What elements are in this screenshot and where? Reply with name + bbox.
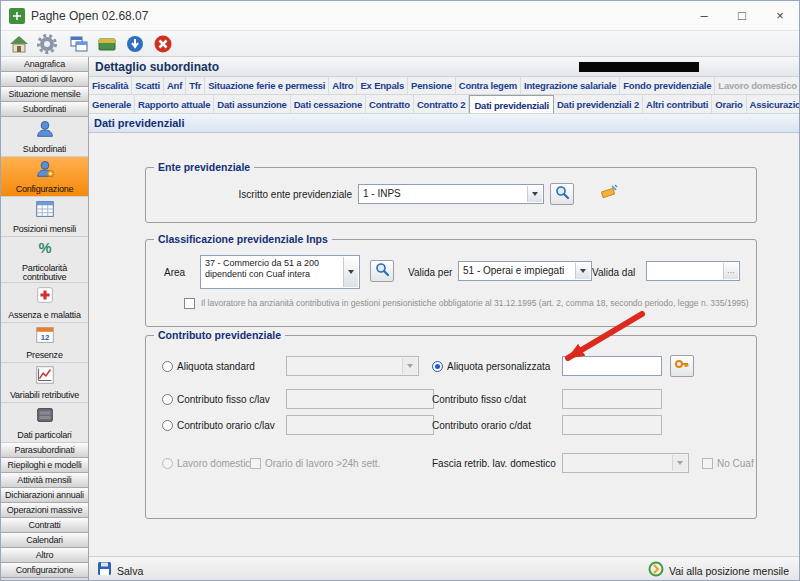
tab-ex-enpals[interactable]: Ex Enpals	[357, 77, 408, 94]
maximize-button[interactable]: □	[723, 1, 761, 31]
lavoro-domestico-radio	[162, 458, 173, 469]
aliquota-personalizzata-radio[interactable]	[432, 361, 443, 372]
tab-altri-contributi[interactable]: Altri contributi	[643, 95, 712, 113]
sidebar-item-contratti[interactable]: Contratti	[1, 518, 88, 533]
redacted-employee-name	[579, 62, 699, 72]
tab-scatti[interactable]: Scatti	[132, 77, 164, 94]
group-legend: Contributo previdenziale	[154, 328, 285, 342]
search-ente-button[interactable]	[550, 183, 574, 205]
aliquota-personalizzata-input[interactable]	[562, 356, 662, 376]
goto-monthly-position-link[interactable]: Vai alla posizione mensile	[648, 561, 789, 581]
valida-per-select[interactable]: 51 - Operai e impiegati	[458, 261, 592, 281]
tab-pensione[interactable]: Pensione	[408, 77, 456, 94]
chevron-down-icon[interactable]	[575, 263, 590, 279]
window-controls: – □ ×	[685, 1, 799, 30]
sidebar-item-calendari[interactable]: Calendari	[1, 533, 88, 548]
aliquota-standard-radio[interactable]	[162, 361, 173, 372]
key-button[interactable]	[670, 355, 694, 377]
sidebar-item-operazioni-massive[interactable]: Operazioni massive	[1, 503, 88, 518]
tab-contra-legem[interactable]: Contra legem	[456, 77, 521, 94]
tab-lavoro-domestico: Lavoro domestico	[715, 77, 799, 94]
tab-rapporto-attuale[interactable]: Rapporto attuale	[135, 95, 214, 113]
floppy-icon	[97, 561, 112, 580]
tab-anf[interactable]: Anf	[164, 77, 186, 94]
tab-dati-cessazione[interactable]: Dati cessazione	[291, 95, 366, 113]
sidebar-item-dati-particolari[interactable]: Dati particolari	[1, 403, 88, 443]
close-button[interactable]: ×	[761, 1, 799, 31]
sidebar-item-parasubordinati[interactable]: Parasubordinati	[1, 443, 88, 458]
svg-text:%: %	[38, 239, 51, 255]
save-button[interactable]: Salva	[97, 561, 143, 580]
tab-altro[interactable]: Altro	[329, 77, 357, 94]
sidebar-item-subordinati[interactable]: Subordinati	[1, 117, 88, 157]
tab-dati-previdenziali[interactable]: Dati previdenziali	[469, 95, 554, 113]
detail-title: Dettaglio subordinato	[95, 57, 219, 77]
sidebar-item-configurazione-bottom[interactable]: Configurazione	[1, 563, 88, 578]
sidebar-item-datori-di-lavoro[interactable]: Datori di lavoro	[1, 72, 88, 87]
sidebar-item-configurazione[interactable]: Configurazione	[1, 157, 88, 197]
goto-label: Vai alla posizione mensile	[669, 565, 789, 577]
ente-previdenziale-select[interactable]: 1 - INPS	[358, 184, 544, 204]
table-calendar-icon	[34, 198, 56, 224]
contributo-orario-radio[interactable]	[162, 420, 173, 431]
archive-icon[interactable]	[95, 32, 119, 56]
sidebar-item-presenze[interactable]: 12 Presenze	[1, 323, 88, 363]
tab-row-1: Fiscalità Scatti Anf Tfr Situazione feri…	[89, 77, 799, 95]
tab-dati-previdenziali-2[interactable]: Dati previdenziali 2	[554, 95, 643, 113]
sidebar-item-attivita-mensili[interactable]: Attività mensili	[1, 473, 88, 488]
sidebar-section-subordinati[interactable]: Subordinati	[1, 102, 88, 117]
tab-fondo-previdenziale[interactable]: Fondo previdenziale	[620, 77, 715, 94]
tab-generale[interactable]: Generale	[89, 95, 135, 113]
sidebar-item-label: Posizioni mensili	[13, 225, 76, 234]
contributo-fisso-cdat-input	[562, 389, 662, 409]
key-icon	[674, 356, 690, 376]
tab-contratto[interactable]: Contratto	[366, 95, 414, 113]
tab-tfr[interactable]: Tfr	[186, 77, 205, 94]
sidebar-item-particolarita-contributive[interactable]: % Particolarità contributive	[1, 237, 88, 283]
sidebar-item-riepiloghi-e-modelli[interactable]: Riepiloghi e modelli	[1, 458, 88, 473]
fascia-retrib-select	[562, 453, 689, 473]
sidebar-item-variabili-retributive[interactable]: Variabili retributive	[1, 363, 88, 403]
sidebar-item-assenza-e-malattia[interactable]: Assenza e malattia	[1, 283, 88, 323]
tab-orario[interactable]: Orario	[712, 95, 746, 113]
tab-row-2: Generale Rapporto attuale Dati assunzion…	[89, 95, 799, 114]
sidebar-item-dichiarazioni-annuali[interactable]: Dichiarazioni annuali	[1, 488, 88, 503]
tab-assicurazione[interactable]: Assicurazione	[747, 95, 799, 113]
chevron-down-icon[interactable]	[527, 186, 542, 202]
sidebar-item-posizioni-mensili[interactable]: Posizioni mensili	[1, 197, 88, 237]
tab-contratto-2[interactable]: Contratto 2	[414, 95, 469, 113]
tab-integrazione-salariale[interactable]: Integrazione salariale	[521, 77, 620, 94]
aliquota-standard-label: Aliquota standard	[177, 361, 255, 373]
contributo-fisso-radio[interactable]	[162, 394, 173, 405]
home-icon[interactable]	[7, 32, 31, 56]
sidebar-item-situazione-mensile[interactable]: Situazione mensile	[1, 87, 88, 102]
area-select[interactable]: 37 - Commercio da 51 a 200 dipendenti co…	[200, 255, 360, 289]
sidebar-item-label: Subordinati	[23, 145, 66, 154]
valida-dal-input[interactable]: …	[646, 261, 740, 281]
svg-text:12: 12	[40, 333, 49, 342]
eraser-icon	[599, 183, 619, 205]
group-legend: Ente previdenziale	[154, 160, 254, 174]
contributo-orario-clav-input	[286, 415, 434, 435]
anzianita-checkbox	[184, 298, 195, 309]
windows-icon[interactable]	[67, 32, 91, 56]
chevron-down-icon[interactable]	[343, 257, 358, 287]
tab-fiscalita[interactable]: Fiscalità	[89, 77, 132, 94]
date-picker-icon[interactable]: …	[723, 263, 738, 279]
tab-dati-assunzione[interactable]: Dati assunzione	[214, 95, 290, 113]
aliquota-personalizzata-label: Aliquota personalizzata	[447, 361, 550, 373]
contributo-fisso-clav-input	[286, 389, 434, 409]
update-icon[interactable]	[123, 32, 147, 56]
gear-icon[interactable]	[35, 32, 59, 56]
main-panel: Dettaglio subordinato Fiscalità Scatti A…	[89, 57, 799, 580]
sidebar-item-altro[interactable]: Altro	[1, 548, 88, 563]
search-area-button[interactable]	[370, 260, 394, 282]
person-gear-icon	[34, 158, 56, 184]
exit-icon[interactable]	[151, 32, 175, 56]
minimize-button[interactable]: –	[685, 1, 723, 31]
sidebar-item-anagrafica[interactable]: Anagrafica	[1, 57, 88, 72]
tab-situazione-ferie[interactable]: Situazione ferie e permessi	[205, 77, 329, 94]
clear-ente-button[interactable]	[595, 181, 622, 206]
page-title: Dati previdenziali	[89, 114, 799, 133]
lavoro-domestico-label: Lavoro domestico	[177, 458, 256, 470]
